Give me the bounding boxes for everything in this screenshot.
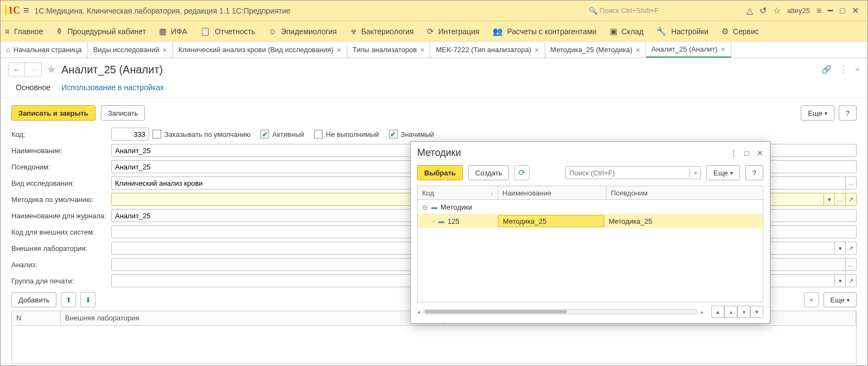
- label-journal-name: Наименование для журнала:: [11, 212, 108, 220]
- tube-icon: ⚱: [56, 27, 63, 36]
- save-button[interactable]: Записать: [101, 105, 145, 121]
- maximize-icon[interactable]: □: [840, 6, 845, 16]
- subnav-main[interactable]: Основное: [16, 83, 50, 92]
- more-button[interactable]: Еще ▾: [824, 292, 857, 307]
- close-icon[interactable]: ×: [162, 46, 167, 54]
- open-button[interactable]: ↗: [846, 193, 857, 206]
- tab-blood-analysis[interactable]: Клинический анализ крови (Вид исследован…: [173, 42, 347, 58]
- menu-epidemiology[interactable]: ☺Эпидемиология: [268, 27, 336, 36]
- select-button[interactable]: …: [846, 176, 857, 190]
- tab-research-types[interactable]: Виды исследований×: [88, 42, 173, 58]
- close-icon[interactable]: ×: [337, 46, 341, 54]
- menu-reports[interactable]: 📋Отчетность: [200, 27, 256, 36]
- select-button[interactable]: …: [846, 258, 857, 271]
- gh-alias[interactable]: Псевдоним: [607, 186, 763, 199]
- star-icon[interactable]: ☆: [773, 5, 781, 16]
- prev-button[interactable]: ▴: [724, 306, 737, 318]
- close-icon[interactable]: ×: [534, 46, 539, 54]
- label-analysis: Анализ:: [11, 261, 108, 269]
- menu-main[interactable]: ≡Главное: [5, 27, 43, 36]
- label-external-lab: Внешняя лаборатория:: [11, 244, 108, 253]
- scrollbar[interactable]: [423, 309, 698, 314]
- gh-name[interactable]: Наименование: [498, 186, 607, 199]
- checkbox-not-executable[interactable]: [314, 130, 323, 138]
- add-button[interactable]: Добавить: [11, 292, 56, 307]
- help-button[interactable]: ?: [745, 165, 763, 180]
- th-lab[interactable]: Внешняя лаборатория: [61, 311, 444, 325]
- close-page-icon[interactable]: ×: [855, 65, 860, 74]
- grid-root-row[interactable]: ⊖▬Методики: [418, 200, 763, 214]
- checkbox-order-default[interactable]: [152, 130, 161, 138]
- select-button[interactable]: Выбрать: [417, 165, 463, 180]
- save-close-button[interactable]: Записать и закрыть: [11, 105, 95, 121]
- tab-mek7222[interactable]: MEK-7222 (Тип анализатора)×: [430, 42, 545, 58]
- code-field[interactable]: [111, 128, 149, 141]
- tab-analyte25[interactable]: Аналит_25 (Аналит)×: [646, 42, 731, 58]
- close-icon[interactable]: ×: [721, 45, 725, 54]
- close-icon[interactable]: ✕: [852, 5, 859, 16]
- more-button[interactable]: Еще ▾: [706, 165, 739, 180]
- hamburger-icon[interactable]: ≡: [23, 5, 29, 16]
- scroll-right-icon[interactable]: ▸: [701, 309, 704, 315]
- subnav-usage[interactable]: Использование в настройках: [61, 83, 164, 92]
- menu-service[interactable]: ⚙Сервис: [722, 27, 759, 36]
- refresh-button[interactable]: ⟳: [514, 165, 529, 180]
- menu-payments[interactable]: 👥Расчеты с контрагентами: [493, 27, 597, 36]
- checkbox-significant[interactable]: [389, 130, 398, 138]
- collapse-icon[interactable]: ⊖: [422, 203, 428, 211]
- dropdown-button[interactable]: ▾: [835, 242, 846, 255]
- close-icon[interactable]: ✕: [757, 149, 763, 157]
- open-button[interactable]: ↗: [846, 242, 857, 255]
- gh-code[interactable]: Код↓: [418, 186, 498, 199]
- radio-icon[interactable]: ○: [432, 218, 435, 224]
- create-button[interactable]: Создать: [468, 165, 509, 180]
- next-button[interactable]: ▾: [737, 306, 750, 318]
- filter-icon[interactable]: ≡: [816, 6, 821, 16]
- popup-search-input[interactable]: ×: [565, 166, 701, 179]
- dropdown-button[interactable]: ▾: [824, 193, 835, 206]
- first-button[interactable]: ▲: [711, 306, 724, 318]
- select-button[interactable]: …: [835, 193, 846, 206]
- menu-settings[interactable]: 🔧Настройки: [656, 27, 709, 36]
- bell-icon[interactable]: △: [746, 5, 753, 16]
- help-button[interactable]: ?: [839, 105, 857, 121]
- forward-button[interactable]: →: [25, 63, 41, 76]
- tab-method25[interactable]: Методика_25 (Методика)×: [545, 42, 646, 58]
- move-down-button[interactable]: ⬇: [80, 292, 95, 307]
- link-icon[interactable]: 🔗: [821, 65, 832, 74]
- checkbox-active[interactable]: [260, 130, 269, 138]
- menu-ifa[interactable]: ▦ИФА: [159, 27, 187, 36]
- kebab-icon[interactable]: ⋮: [730, 149, 737, 157]
- global-search-input[interactable]: 🔍 Поиск Ctrl+Shift+F: [585, 4, 742, 17]
- history-icon[interactable]: ↺: [760, 5, 767, 16]
- sort-asc-icon: ↓: [490, 190, 493, 196]
- dropdown-button[interactable]: ▾: [835, 274, 846, 287]
- open-button[interactable]: ↗: [846, 274, 857, 287]
- menu-warehouse[interactable]: ▣Склад: [610, 27, 644, 36]
- favorite-star-icon[interactable]: ★: [46, 62, 57, 77]
- clear-icon[interactable]: ×: [690, 169, 700, 177]
- menu-bacteriology[interactable]: ☣Бактериология: [350, 27, 414, 36]
- table-body[interactable]: [11, 326, 857, 364]
- kebab-icon[interactable]: ⋮: [839, 65, 847, 74]
- grid-row[interactable]: ○▬125 Методика_25 Методика_25: [418, 214, 763, 228]
- th-n[interactable]: N: [12, 311, 61, 325]
- maximize-icon[interactable]: □: [745, 149, 749, 157]
- close-icon[interactable]: ×: [636, 46, 640, 54]
- close-icon[interactable]: ×: [420, 46, 424, 54]
- minimize-icon[interactable]: ━: [828, 5, 833, 16]
- grid-cell-name[interactable]: Методика_25: [498, 215, 604, 227]
- more-button[interactable]: Еще ▾: [801, 105, 834, 121]
- scroll-left-icon[interactable]: ◂: [417, 309, 420, 315]
- clear-button[interactable]: ×: [804, 292, 819, 307]
- back-button[interactable]: ←: [9, 63, 25, 76]
- tab-home[interactable]: ⌂Начальная страница: [1, 42, 88, 58]
- move-up-button[interactable]: ⬆: [61, 292, 76, 307]
- menu-integration[interactable]: ⟳Интеграция: [427, 27, 480, 36]
- last-button[interactable]: ▼: [750, 306, 763, 318]
- grid-body[interactable]: ⊖▬Методики ○▬125 Методика_25 Методика_25: [417, 200, 763, 302]
- tab-analyzer-types[interactable]: Типы анализаторов×: [347, 42, 431, 58]
- user-label[interactable]: altey25: [787, 7, 810, 15]
- menu-procedure[interactable]: ⚱Процедурный кабинет: [56, 27, 146, 36]
- popup-title: Методики: [417, 147, 461, 159]
